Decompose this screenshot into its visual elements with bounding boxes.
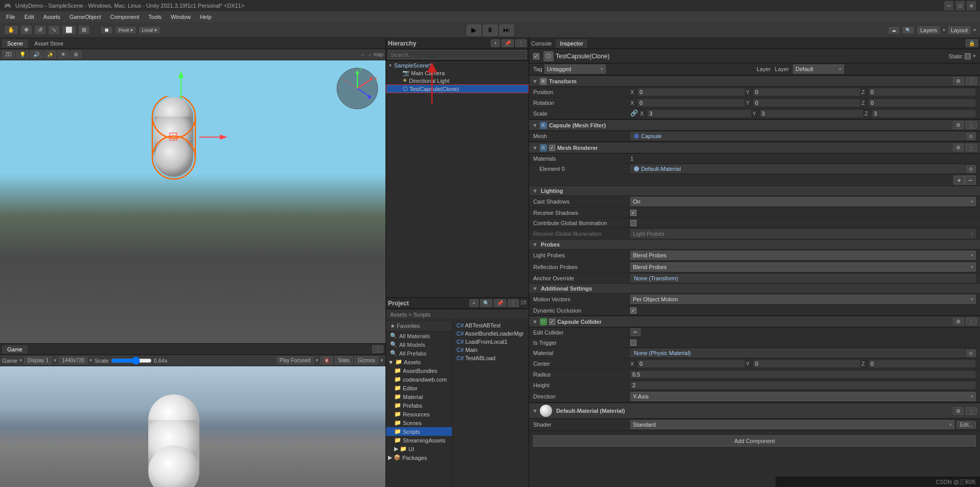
element0-value[interactable]: Default-Material	[630, 165, 965, 173]
mesh-filter-settings-button[interactable]: ⚙	[953, 121, 964, 129]
pivot-button[interactable]: Pivot ▾	[115, 26, 136, 34]
project-add-button[interactable]: +	[469, 299, 478, 307]
hierarchy-add-button[interactable]: +	[491, 39, 500, 47]
list-item[interactable]: 📁 Editor	[386, 384, 452, 392]
project-more-button[interactable]: ⋮	[508, 299, 519, 307]
receive-shadows-checkbox[interactable]	[630, 210, 636, 216]
list-item[interactable]: C# AssetBundleLoaderMgr	[454, 329, 527, 338]
snap-button[interactable]: 🔲	[100, 26, 113, 34]
step-button[interactable]: ⏭	[499, 25, 514, 36]
list-item[interactable]: ▶ 📁 UI	[386, 445, 452, 453]
motion-vectors-dropdown[interactable]: Per Object Motion ▾	[630, 295, 976, 304]
list-item[interactable]: 📷 Main Camera	[386, 69, 529, 77]
project-pin-button[interactable]: 📌	[494, 299, 506, 307]
collider-material-target-button[interactable]: ⊙	[966, 349, 976, 357]
position-y-field[interactable]	[753, 88, 860, 96]
mesh-value[interactable]: Capsule	[630, 132, 965, 140]
list-item[interactable]: 📁 Scenes	[386, 418, 452, 427]
menu-component[interactable]: Component	[106, 13, 143, 21]
static-dropdown-arrow[interactable]: ▾	[973, 53, 976, 59]
transform-more-button[interactable]: ⋮	[966, 77, 977, 85]
tag-dropdown[interactable]: Untagged ▾	[544, 64, 606, 74]
list-item[interactable]: 📁 Prefabs	[386, 401, 452, 410]
tab-console[interactable]: Console	[531, 40, 552, 47]
scale-y-field[interactable]	[760, 109, 864, 118]
menu-file[interactable]: File	[2, 13, 19, 21]
stats-button[interactable]: Stats	[335, 357, 353, 364]
hierarchy-scene-root[interactable]: ▼ SampleScene*	[386, 62, 529, 69]
scene-audio-button[interactable]: 🔊	[30, 51, 42, 58]
list-item[interactable]: ☀ Directional Light	[386, 77, 529, 84]
list-item[interactable]: 📁 codeandweb.com	[386, 375, 452, 384]
element0-target-button[interactable]: ⊙	[966, 165, 976, 173]
scale-z-field[interactable]	[872, 109, 976, 118]
mesh-renderer-settings-button[interactable]: ⚙	[953, 144, 964, 151]
scripts-folder[interactable]: 📁 Scripts	[386, 427, 452, 436]
probes-section-header[interactable]: ▼ Probes	[529, 240, 980, 250]
mute-button[interactable]: 🔇	[321, 357, 333, 364]
rotation-z-field[interactable]	[869, 99, 976, 107]
game-more-button[interactable]: ⋮	[372, 345, 383, 353]
resolution-dropdown[interactable]: 1440x720	[59, 357, 87, 364]
scene-light-button[interactable]: 💡	[16, 51, 29, 58]
search-button[interactable]: 🔍	[902, 26, 915, 34]
list-item[interactable]: C# LoadFromLocal1	[454, 338, 527, 346]
layers-button[interactable]: Layers	[917, 26, 941, 35]
local-button[interactable]: Local ▾	[139, 26, 161, 34]
dynamic-occlusion-checkbox[interactable]	[630, 307, 636, 314]
cast-shadows-dropdown[interactable]: On ▾	[630, 197, 976, 206]
collab-button[interactable]: ☁	[888, 26, 900, 34]
transform-settings-button[interactable]: ⚙	[953, 77, 964, 85]
capsule-collider-enabled-checkbox[interactable]	[549, 319, 555, 325]
menu-gameobject[interactable]: GameObject	[65, 13, 105, 21]
packages-folder[interactable]: ▶ 📦 Packages	[386, 453, 452, 462]
game-viewport[interactable]	[0, 366, 385, 487]
list-item[interactable]: 📁 StreamingAssets	[386, 436, 452, 445]
center-x-field[interactable]	[637, 360, 745, 368]
rect-tool-button[interactable]: ⬜	[62, 25, 76, 35]
add-component-button[interactable]: Add Component	[533, 435, 976, 447]
menu-tools[interactable]: Tools	[144, 13, 166, 21]
scene-fx-button[interactable]: ✨	[44, 51, 56, 58]
pause-button[interactable]: ⏸	[483, 25, 497, 36]
scale-tool-button[interactable]: ⤡	[48, 25, 60, 35]
list-item[interactable]: 🔍 All Prefabs	[386, 349, 452, 358]
tab-asset-store[interactable]: Asset Store	[29, 39, 69, 48]
gizmos-game-button[interactable]: Gizmos	[355, 357, 378, 364]
capsule-collider-settings-button[interactable]: ⚙	[953, 318, 964, 325]
tab-scene[interactable]: Scene	[2, 39, 28, 48]
list-item[interactable]: 🔍 All Models	[386, 340, 452, 349]
inspector-lock-button[interactable]: 🔒	[966, 39, 978, 47]
center-y-field[interactable]	[753, 360, 860, 368]
capsule-collider-header[interactable]: ▼ ⬡ Capsule Collider ⚙ ⋮	[529, 316, 980, 327]
project-search-button[interactable]: 🔍	[480, 299, 492, 307]
mesh-target-button[interactable]: ⊙	[966, 132, 976, 140]
radius-field[interactable]	[630, 370, 976, 379]
menu-help[interactable]: Help	[196, 13, 216, 21]
tab-game[interactable]: Game	[2, 345, 28, 353]
transform-tool-button[interactable]: ⊞	[78, 25, 90, 35]
list-item[interactable]: C# TestABLoad	[454, 354, 527, 362]
scene-viewport[interactable]: X Y Z	[0, 60, 385, 343]
shader-dropdown[interactable]: Standard ▾	[630, 420, 954, 429]
material-component-header[interactable]: ▼ Default-Material (Material) ⚙ ⋮	[529, 403, 980, 419]
scene-hidden-button[interactable]: 👁	[58, 51, 69, 58]
height-field[interactable]	[630, 381, 976, 389]
list-item[interactable]: 🔍 All Materials	[386, 331, 452, 340]
menu-assets[interactable]: Assets	[39, 13, 64, 21]
shader-edit-button[interactable]: Edit...	[956, 421, 976, 429]
layout-button[interactable]: Layout	[947, 26, 971, 35]
scene-gizmos-button[interactable]: ⚙	[71, 51, 81, 58]
static-checkbox[interactable]	[965, 53, 971, 59]
scene-2d-button[interactable]: 2D	[2, 51, 15, 58]
mesh-renderer-more-button[interactable]: ⋮	[966, 144, 977, 151]
close-button[interactable]: ✕	[967, 1, 976, 10]
menu-window[interactable]: Window	[167, 13, 195, 21]
minimize-button[interactable]: ─	[944, 1, 953, 10]
rotate-tool-button[interactable]: ↺	[34, 25, 46, 35]
play-button[interactable]: ▶	[467, 25, 481, 36]
scale-x-field[interactable]	[647, 109, 751, 118]
reflection-probes-dropdown[interactable]: Blend Probes ▾	[630, 262, 976, 272]
object-name-field[interactable]: TestCapsule(Clone)	[556, 53, 944, 60]
mesh-renderer-enabled-checkbox[interactable]	[549, 145, 555, 151]
